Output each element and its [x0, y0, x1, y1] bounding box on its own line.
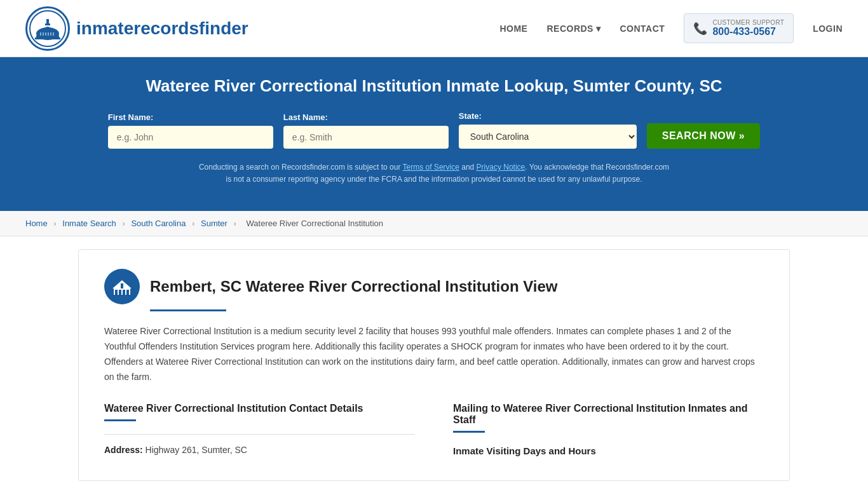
tos-link[interactable]: Terms of Service	[403, 163, 459, 172]
search-button[interactable]: SEARCH NOW »	[647, 123, 760, 149]
contact-section-underline	[104, 419, 136, 421]
customer-support-box[interactable]: 📞 CUSTOMER SUPPORT 800-433-0567	[684, 13, 794, 43]
breadcrumb-current: Wateree River Correctional Institution	[247, 219, 384, 228]
privacy-link[interactable]: Privacy Notice	[477, 163, 526, 172]
contact-divider	[104, 434, 415, 435]
breadcrumb-state[interactable]: South Carolina	[131, 219, 186, 228]
main-content: Rembert, SC Wateree River Correctional I…	[53, 249, 815, 480]
breadcrumb-separator-3: ›	[192, 219, 194, 228]
svg-rect-14	[115, 290, 118, 295]
breadcrumb-separator-4: ›	[234, 219, 236, 228]
first-name-input[interactable]	[108, 126, 273, 149]
last-name-label: Last Name:	[283, 112, 328, 122]
main-nav: HOME RECORDS ▾ CONTACT 📞 CUSTOMER SUPPOR…	[499, 13, 843, 43]
search-form: First Name: Last Name: State: South Caro…	[25, 111, 843, 149]
support-label: CUSTOMER SUPPORT	[712, 19, 784, 26]
two-column-section: Wateree River Correctional Institution C…	[104, 403, 764, 461]
disclaimer-text: Conducting a search on Recordsfinder.com…	[196, 161, 672, 186]
title-underline	[150, 309, 226, 311]
facility-card: Rembert, SC Wateree River Correctional I…	[78, 249, 790, 480]
logo-bold: finder	[199, 18, 248, 38]
hero-title: Wateree River Correctional Institution I…	[25, 76, 843, 96]
svg-rect-3	[46, 19, 49, 24]
svg-rect-15	[119, 290, 121, 295]
nav-records-label: RECORDS	[546, 24, 593, 34]
last-name-input[interactable]	[283, 126, 449, 149]
nav-login[interactable]: LOGIN	[813, 24, 843, 34]
chevron-down-icon: ▾	[596, 24, 601, 34]
first-name-label: First Name:	[108, 112, 154, 122]
nav-contact[interactable]: CONTACT	[620, 24, 665, 34]
svg-rect-12	[35, 37, 60, 39]
facility-description: Wateree River Correctional Institution i…	[104, 324, 764, 384]
last-name-group: Last Name:	[283, 112, 449, 149]
phone-icon: 📞	[693, 22, 707, 36]
card-header: Rembert, SC Wateree River Correctional I…	[104, 269, 764, 304]
visiting-title: Inmate Visiting Days and Hours	[453, 445, 764, 456]
address-label: Address:	[104, 445, 143, 455]
mailing-section: Mailing to Wateree River Correctional In…	[453, 403, 764, 461]
site-header: inmaterecordsfinder HOME RECORDS ▾ CONTA…	[0, 0, 868, 57]
breadcrumb-home[interactable]: Home	[25, 219, 48, 228]
nav-home[interactable]: HOME	[499, 24, 527, 34]
address-value: Highway 261, Sumter, SC	[146, 445, 247, 455]
facility-icon	[104, 269, 140, 304]
svg-rect-19	[121, 283, 123, 288]
support-info: CUSTOMER SUPPORT 800-433-0567	[712, 19, 784, 37]
svg-rect-4	[45, 24, 50, 25]
nav-records[interactable]: RECORDS ▾	[546, 24, 600, 34]
svg-rect-17	[126, 290, 129, 295]
first-name-group: First Name:	[108, 112, 273, 149]
breadcrumb-separator-1: ›	[53, 219, 56, 228]
logo-normal: inmaterecords	[76, 18, 199, 38]
mailing-section-underline	[453, 431, 485, 433]
breadcrumb-county[interactable]: Sumter	[201, 219, 227, 228]
address-row: Address: Highway 261, Sumter, SC	[104, 445, 415, 455]
breadcrumb: Home › Inmate Search › South Carolina › …	[0, 211, 868, 236]
state-group: State: South Carolina	[459, 111, 637, 149]
contact-details-section: Wateree River Correctional Institution C…	[104, 403, 415, 461]
state-label: State:	[459, 111, 482, 121]
support-phone: 800-433-0567	[712, 26, 784, 37]
svg-rect-16	[123, 290, 125, 295]
logo-text: inmaterecordsfinder	[76, 18, 248, 39]
contact-section-title: Wateree River Correctional Institution C…	[104, 403, 415, 414]
mailing-section-title: Mailing to Wateree River Correctional In…	[453, 403, 764, 426]
svg-rect-11	[36, 36, 59, 37]
logo-area: inmaterecordsfinder	[25, 6, 248, 51]
state-select[interactable]: South Carolina	[459, 125, 637, 149]
page-title: Rembert, SC Wateree River Correctional I…	[150, 278, 557, 295]
breadcrumb-separator-2: ›	[122, 219, 125, 228]
logo-icon	[25, 6, 70, 51]
hero-section: Wateree River Correctional Institution I…	[0, 57, 868, 211]
breadcrumb-inmate-search[interactable]: Inmate Search	[62, 219, 116, 228]
